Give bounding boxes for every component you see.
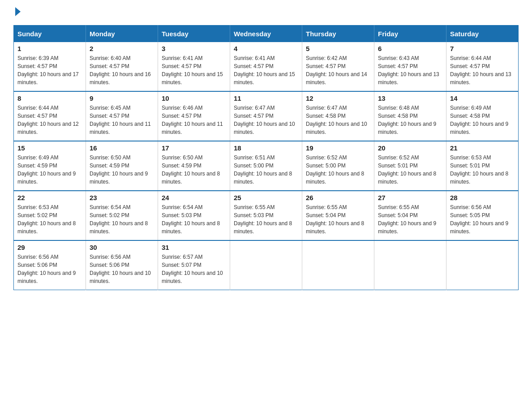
weekday-header-monday: Monday [86,26,158,43]
day-cell: 4 Sunrise: 6:41 AM Sunset: 4:57 PM Dayli… [230,42,302,91]
weekday-header-row: SundayMondayTuesdayWednesdayThursdayFrid… [14,26,519,43]
day-info: Sunrise: 6:56 AM Sunset: 5:06 PM Dayligh… [17,253,82,285]
day-info: Sunrise: 6:40 AM Sunset: 4:57 PM Dayligh… [90,54,154,86]
calendar-table: SundayMondayTuesdayWednesdayThursdayFrid… [13,25,519,290]
day-info: Sunrise: 6:52 AM Sunset: 5:00 PM Dayligh… [306,154,370,186]
day-cell: 26 Sunrise: 6:55 AM Sunset: 5:04 PM Dayl… [302,191,374,240]
day-info: Sunrise: 6:51 AM Sunset: 5:00 PM Dayligh… [234,154,298,186]
day-cell: 29 Sunrise: 6:56 AM Sunset: 5:06 PM Dayl… [14,240,86,290]
day-info: Sunrise: 6:49 AM Sunset: 4:59 PM Dayligh… [17,154,82,186]
day-number: 14 [450,94,515,102]
day-info: Sunrise: 6:50 AM Sunset: 4:59 PM Dayligh… [90,154,154,186]
day-number: 28 [450,194,515,201]
day-number: 11 [234,94,298,102]
day-cell: 2 Sunrise: 6:40 AM Sunset: 4:57 PM Dayli… [86,42,158,91]
day-info: Sunrise: 6:57 AM Sunset: 5:07 PM Dayligh… [162,253,226,285]
day-number: 9 [90,94,154,102]
day-number: 21 [450,144,515,152]
day-cell: 22 Sunrise: 6:53 AM Sunset: 5:02 PM Dayl… [14,191,86,240]
day-info: Sunrise: 6:47 AM Sunset: 4:57 PM Dayligh… [234,104,298,136]
day-number: 19 [306,144,370,152]
day-number: 27 [378,194,442,201]
day-info: Sunrise: 6:48 AM Sunset: 4:58 PM Dayligh… [378,104,442,136]
day-number: 18 [234,144,298,152]
day-number: 16 [90,144,154,152]
day-cell: 12 Sunrise: 6:47 AM Sunset: 4:58 PM Dayl… [302,91,374,141]
day-info: Sunrise: 6:44 AM Sunset: 4:57 PM Dayligh… [17,104,82,136]
day-cell: 11 Sunrise: 6:47 AM Sunset: 4:57 PM Dayl… [230,91,302,141]
day-info: Sunrise: 6:47 AM Sunset: 4:58 PM Dayligh… [306,104,370,136]
day-info: Sunrise: 6:53 AM Sunset: 5:02 PM Dayligh… [17,203,82,235]
weekday-header-sunday: Sunday [14,26,86,43]
day-cell: 17 Sunrise: 6:50 AM Sunset: 4:59 PM Dayl… [158,141,230,191]
day-cell: 21 Sunrise: 6:53 AM Sunset: 5:01 PM Dayl… [446,141,519,191]
day-number: 1 [17,45,82,52]
day-info: Sunrise: 6:39 AM Sunset: 4:57 PM Dayligh… [17,54,82,86]
day-info: Sunrise: 6:55 AM Sunset: 5:04 PM Dayligh… [306,203,370,235]
day-number: 8 [17,94,82,102]
day-number: 17 [162,144,226,152]
day-cell [302,240,374,290]
day-cell: 20 Sunrise: 6:52 AM Sunset: 5:01 PM Dayl… [374,141,446,191]
week-row-4: 22 Sunrise: 6:53 AM Sunset: 5:02 PM Dayl… [14,191,519,240]
day-number: 4 [234,45,298,52]
day-cell: 1 Sunrise: 6:39 AM Sunset: 4:57 PM Dayli… [14,42,86,91]
day-cell: 5 Sunrise: 6:42 AM Sunset: 4:57 PM Dayli… [302,42,374,91]
day-cell: 10 Sunrise: 6:46 AM Sunset: 4:57 PM Dayl… [158,91,230,141]
day-number: 12 [306,94,370,102]
day-number: 29 [17,244,82,251]
day-number: 15 [17,144,82,152]
day-cell: 19 Sunrise: 6:52 AM Sunset: 5:00 PM Dayl… [302,141,374,191]
day-cell: 8 Sunrise: 6:44 AM Sunset: 4:57 PM Dayli… [14,91,86,141]
day-info: Sunrise: 6:44 AM Sunset: 4:57 PM Dayligh… [450,54,515,86]
weekday-header-friday: Friday [374,26,446,43]
day-info: Sunrise: 6:49 AM Sunset: 4:58 PM Dayligh… [450,104,515,136]
day-info: Sunrise: 6:41 AM Sunset: 4:57 PM Dayligh… [162,54,226,86]
day-cell [374,240,446,290]
day-cell: 23 Sunrise: 6:54 AM Sunset: 5:02 PM Dayl… [86,191,158,240]
weekday-header-saturday: Saturday [446,26,519,43]
day-cell: 3 Sunrise: 6:41 AM Sunset: 4:57 PM Dayli… [158,42,230,91]
day-cell: 13 Sunrise: 6:48 AM Sunset: 4:58 PM Dayl… [374,91,446,141]
day-number: 23 [90,194,154,201]
day-number: 24 [162,194,226,201]
day-cell: 25 Sunrise: 6:55 AM Sunset: 5:03 PM Dayl… [230,191,302,240]
week-row-1: 1 Sunrise: 6:39 AM Sunset: 4:57 PM Dayli… [14,42,519,91]
day-info: Sunrise: 6:54 AM Sunset: 5:03 PM Dayligh… [162,203,226,235]
week-row-5: 29 Sunrise: 6:56 AM Sunset: 5:06 PM Dayl… [14,240,519,290]
day-info: Sunrise: 6:42 AM Sunset: 4:57 PM Dayligh… [306,54,370,86]
day-info: Sunrise: 6:54 AM Sunset: 5:02 PM Dayligh… [90,203,154,235]
day-number: 2 [90,45,154,52]
day-info: Sunrise: 6:45 AM Sunset: 4:57 PM Dayligh… [90,104,154,136]
day-cell: 16 Sunrise: 6:50 AM Sunset: 4:59 PM Dayl… [86,141,158,191]
day-number: 26 [306,194,370,201]
day-number: 13 [378,94,442,102]
day-info: Sunrise: 6:55 AM Sunset: 5:04 PM Dayligh… [378,203,442,235]
day-cell: 24 Sunrise: 6:54 AM Sunset: 5:03 PM Dayl… [158,191,230,240]
day-number: 7 [450,45,515,52]
weekday-header-thursday: Thursday [302,26,374,43]
day-number: 6 [378,45,442,52]
calendar-header: SundayMondayTuesdayWednesdayThursdayFrid… [14,26,519,43]
day-cell: 31 Sunrise: 6:57 AM Sunset: 5:07 PM Dayl… [158,240,230,290]
day-info: Sunrise: 6:52 AM Sunset: 5:01 PM Dayligh… [378,154,442,186]
day-cell: 18 Sunrise: 6:51 AM Sunset: 5:00 PM Dayl… [230,141,302,191]
calendar-body: 1 Sunrise: 6:39 AM Sunset: 4:57 PM Dayli… [14,42,519,290]
week-row-3: 15 Sunrise: 6:49 AM Sunset: 4:59 PM Dayl… [14,141,519,191]
day-cell: 14 Sunrise: 6:49 AM Sunset: 4:58 PM Dayl… [446,91,519,141]
logo [13,9,21,16]
day-cell: 27 Sunrise: 6:55 AM Sunset: 5:04 PM Dayl… [374,191,446,240]
day-number: 31 [162,244,226,251]
day-info: Sunrise: 6:46 AM Sunset: 4:57 PM Dayligh… [162,104,226,136]
day-cell: 30 Sunrise: 6:56 AM Sunset: 5:06 PM Dayl… [86,240,158,290]
day-info: Sunrise: 6:53 AM Sunset: 5:01 PM Dayligh… [450,154,515,186]
day-cell: 9 Sunrise: 6:45 AM Sunset: 4:57 PM Dayli… [86,91,158,141]
day-number: 3 [162,45,226,52]
day-number: 10 [162,94,226,102]
day-number: 20 [378,144,442,152]
day-cell: 28 Sunrise: 6:56 AM Sunset: 5:05 PM Dayl… [446,191,519,240]
day-info: Sunrise: 6:50 AM Sunset: 4:59 PM Dayligh… [162,154,226,186]
weekday-header-wednesday: Wednesday [230,26,302,43]
page-header [13,9,519,16]
day-info: Sunrise: 6:56 AM Sunset: 5:06 PM Dayligh… [90,253,154,285]
